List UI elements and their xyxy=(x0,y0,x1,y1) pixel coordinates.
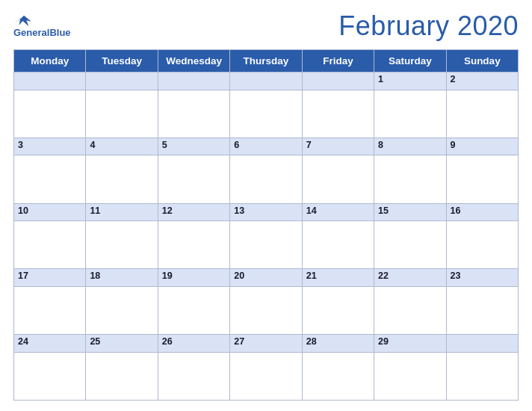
calendar-cell xyxy=(86,90,158,137)
day-num-cell xyxy=(14,72,86,90)
calendar-cell xyxy=(14,90,86,137)
day-num-cell: 15 xyxy=(374,203,446,221)
day-num-cell: 26 xyxy=(158,335,229,353)
week-cell-row-3 xyxy=(14,221,519,269)
day-num-cell: 13 xyxy=(230,203,302,221)
calendar-cell xyxy=(158,221,229,269)
week-cell-row-5 xyxy=(14,352,519,400)
calendar-cell xyxy=(158,352,229,400)
week-day-row-5: 242526272829 xyxy=(14,335,519,353)
calendar-cell xyxy=(230,352,302,400)
calendar-cell xyxy=(230,221,302,269)
week-cell-row-2 xyxy=(14,155,519,203)
day-num-cell: 25 xyxy=(86,335,158,353)
day-num-cell: 17 xyxy=(14,269,86,287)
day-num-cell: 5 xyxy=(158,137,229,155)
col-friday: Friday xyxy=(302,50,374,72)
svg-marker-0 xyxy=(14,15,31,26)
calendar-cell xyxy=(446,286,518,334)
calendar-cell xyxy=(374,352,446,400)
col-sunday: Sunday xyxy=(446,50,518,72)
day-num-cell: 29 xyxy=(374,335,446,353)
logo-bird-icon xyxy=(13,14,34,28)
week-day-row-1: 12 xyxy=(14,72,519,90)
calendar-cell xyxy=(230,90,302,137)
col-tuesday: Tuesday xyxy=(86,50,158,72)
page-title: February 2020 xyxy=(338,10,519,42)
calendar-cell xyxy=(302,286,374,334)
day-num-cell: 6 xyxy=(230,137,302,155)
calendar-cell xyxy=(446,90,518,137)
calendar-cell xyxy=(302,155,374,203)
week-day-row-4: 17181920212223 xyxy=(14,269,519,287)
calendar-cell xyxy=(158,90,229,137)
day-num-cell: 7 xyxy=(302,137,374,155)
day-num-cell: 9 xyxy=(446,137,518,155)
day-num-cell: 12 xyxy=(158,203,229,221)
calendar-cell xyxy=(230,155,302,203)
day-num-cell: 8 xyxy=(374,137,446,155)
day-num-cell xyxy=(230,72,302,90)
day-num-cell: 4 xyxy=(86,137,158,155)
day-num-cell: 18 xyxy=(86,269,158,287)
day-num-cell: 11 xyxy=(86,203,158,221)
calendar-cell xyxy=(374,90,446,137)
calendar-cell xyxy=(86,221,158,269)
calendar-cell xyxy=(86,286,158,334)
calendar-cell xyxy=(86,155,158,203)
col-saturday: Saturday xyxy=(374,50,446,72)
calendar-cell xyxy=(446,221,518,269)
day-num-cell: 2 xyxy=(446,72,518,90)
logo-text: GeneralBlue xyxy=(13,28,71,38)
calendar-cell xyxy=(14,155,86,203)
calendar-table: Monday Tuesday Wednesday Thursday Friday… xyxy=(13,49,519,401)
week-cell-row-1 xyxy=(14,90,519,137)
day-num-cell: 3 xyxy=(14,137,86,155)
calendar-cell xyxy=(446,155,518,203)
day-num-cell: 28 xyxy=(302,335,374,353)
day-num-cell: 1 xyxy=(374,72,446,90)
calendar-cell xyxy=(302,221,374,269)
col-thursday: Thursday xyxy=(230,50,302,72)
calendar-cell xyxy=(158,155,229,203)
calendar-cell xyxy=(374,155,446,203)
day-num-cell: 14 xyxy=(302,203,374,221)
week-day-row-3: 10111213141516 xyxy=(14,203,519,221)
day-num-cell: 19 xyxy=(158,269,229,287)
day-num-cell: 24 xyxy=(14,335,86,353)
calendar-cell xyxy=(230,286,302,334)
calendar-cell xyxy=(158,286,229,334)
calendar-cell xyxy=(86,352,158,400)
calendar-cell xyxy=(302,352,374,400)
calendar-cell xyxy=(374,286,446,334)
calendar-cell xyxy=(446,352,518,400)
day-num-cell: 16 xyxy=(446,203,518,221)
col-monday: Monday xyxy=(14,50,86,72)
day-num-cell xyxy=(86,72,158,90)
day-num-cell: 20 xyxy=(230,269,302,287)
day-num-cell: 10 xyxy=(14,203,86,221)
col-wednesday: Wednesday xyxy=(158,50,229,72)
logo: GeneralBlue xyxy=(13,14,71,38)
week-day-row-2: 3456789 xyxy=(14,137,519,155)
calendar-cell xyxy=(14,352,86,400)
days-header-row: Monday Tuesday Wednesday Thursday Friday… xyxy=(14,50,519,72)
calendar-cell xyxy=(14,286,86,334)
calendar-cell xyxy=(14,221,86,269)
day-num-cell: 22 xyxy=(374,269,446,287)
day-num-cell: 23 xyxy=(446,269,518,287)
day-num-cell xyxy=(302,72,374,90)
day-num-cell: 27 xyxy=(230,335,302,353)
calendar-header: GeneralBlue February 2020 xyxy=(13,10,519,42)
calendar-cell xyxy=(374,221,446,269)
day-num-cell xyxy=(158,72,229,90)
day-num-cell xyxy=(446,335,518,353)
week-cell-row-4 xyxy=(14,286,519,334)
calendar-cell xyxy=(302,90,374,137)
day-num-cell: 21 xyxy=(302,269,374,287)
